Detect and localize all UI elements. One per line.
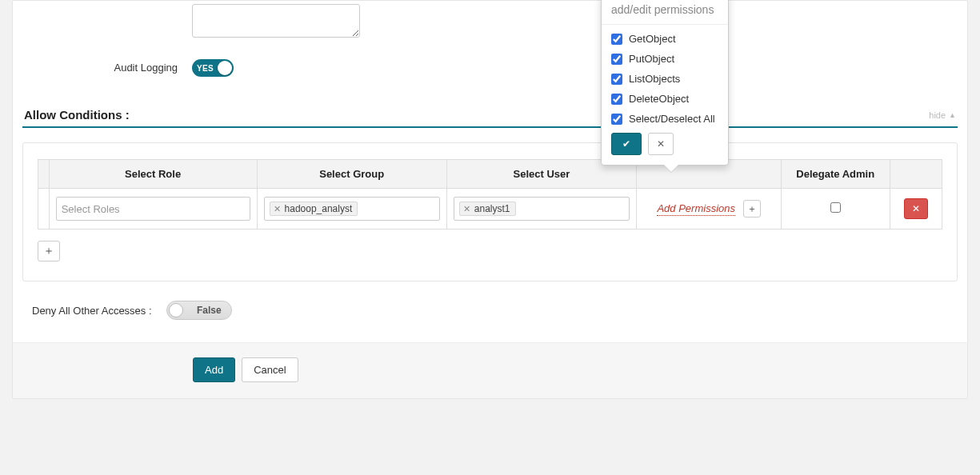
close-icon: ✕ (912, 203, 920, 214)
toggle-knob (169, 303, 183, 317)
cancel-button[interactable]: Cancel (242, 357, 298, 382)
perm-option[interactable]: Select/Deselect All (611, 113, 718, 125)
toggle-text: YES (197, 64, 214, 73)
user-chip[interactable]: ✕ analyst1 (459, 202, 516, 216)
col-select-group: Select Group (257, 160, 446, 189)
description-textarea[interactable] (192, 4, 360, 38)
perm-option[interactable]: DeleteObject (611, 93, 718, 105)
audit-logging-label: Audit Logging (22, 57, 192, 79)
delegate-admin-checkbox[interactable] (830, 202, 841, 213)
perm-label: Select/Deselect All (629, 113, 715, 125)
chevron-up-icon: ▲ (949, 111, 956, 119)
perm-label: ListObjects (629, 73, 680, 85)
add-permissions-link[interactable]: Add Permissions (657, 202, 735, 216)
hide-label: hide (929, 110, 946, 120)
allow-conditions-title: Allow Conditions : (24, 108, 130, 122)
perm-checkbox-selectall[interactable] (611, 114, 622, 125)
perm-checkbox-getobject[interactable] (611, 34, 622, 45)
perm-option[interactable]: PutObject (611, 53, 718, 65)
toggle-text: False (197, 305, 222, 316)
cancel-icon-button[interactable]: ✕ (648, 133, 674, 155)
select-users-input[interactable]: ✕ analyst1 (454, 197, 630, 221)
plus-icon: ＋ (43, 244, 54, 258)
group-chip-label: hadoop_analyst (285, 203, 353, 214)
col-select-role: Select Role (49, 160, 257, 189)
perm-label: DeleteObject (629, 93, 689, 105)
popover-title: add/edit permissions (602, 0, 728, 25)
delete-row-button[interactable]: ✕ (904, 198, 928, 219)
deny-all-label: Deny All Other Accesses : (32, 305, 152, 317)
close-icon[interactable]: ✕ (463, 204, 470, 214)
group-chip[interactable]: ✕ hadoop_analyst (270, 202, 358, 216)
check-icon: ✔ (622, 138, 630, 150)
plus-icon: ＋ (747, 202, 757, 216)
perm-option[interactable]: ListObjects (611, 73, 718, 85)
perm-checkbox-listobjects[interactable] (611, 74, 622, 85)
hide-link[interactable]: hide ▲ (929, 110, 956, 120)
drag-header (38, 160, 50, 189)
audit-logging-toggle[interactable]: YES (192, 59, 234, 77)
permissions-popover: add/edit permissions GetObject PutObject… (601, 0, 729, 166)
drag-handle-icon[interactable] (40, 194, 46, 224)
perm-option[interactable]: GetObject (611, 33, 718, 45)
table-row: Select Roles ✕ hadoop_analyst (38, 189, 942, 230)
deny-all-toggle[interactable]: False (166, 301, 232, 320)
perm-checkbox-putobject[interactable] (611, 54, 622, 65)
select-roles-placeholder: Select Roles (62, 203, 120, 215)
close-icon[interactable]: ✕ (274, 204, 281, 214)
perm-label: PutObject (629, 53, 674, 65)
popover-arrow-icon (664, 165, 678, 172)
add-button[interactable]: Add (193, 357, 235, 382)
select-groups-input[interactable]: ✕ hadoop_analyst (264, 197, 440, 221)
close-icon: ✕ (657, 138, 665, 150)
perm-checkbox-deleteobject[interactable] (611, 94, 622, 105)
add-row-button[interactable]: ＋ (38, 241, 60, 261)
col-delegate-admin: Delegate Admin (781, 160, 890, 189)
user-chip-label: analyst1 (474, 203, 510, 214)
toggle-knob (218, 61, 232, 75)
confirm-button[interactable]: ✔ (611, 133, 642, 155)
col-actions (890, 160, 942, 189)
add-permission-plus-button[interactable]: ＋ (743, 200, 761, 218)
select-roles-input[interactable]: Select Roles (56, 197, 250, 221)
perm-label: GetObject (629, 33, 676, 45)
